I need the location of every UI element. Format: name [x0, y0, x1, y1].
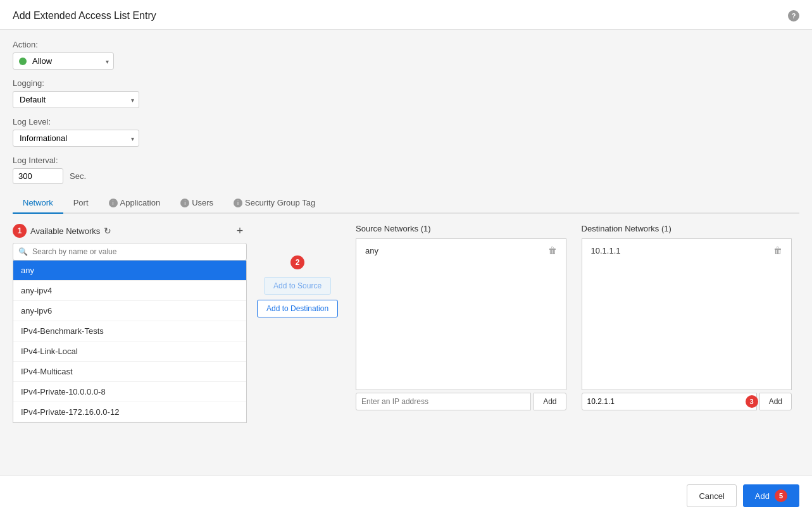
- dialog-title: Add Extended Access List Entry: [13, 10, 156, 22]
- available-networks-title-text: Available Networks: [30, 226, 100, 236]
- destination-network-value: 10.1.1.1: [591, 246, 621, 255]
- dialog-body: Action: Allow Deny ▾ Logging: Default En…: [0, 30, 812, 475]
- step2-badge: 2: [290, 255, 304, 269]
- add-button[interactable]: Add 5: [743, 484, 799, 507]
- destination-ip-input[interactable]: 10.2.1.1: [582, 393, 757, 410]
- cancel-button[interactable]: Cancel: [687, 484, 736, 507]
- logging-group: Logging: Default Enabled Disabled ▾: [13, 78, 799, 108]
- list-item[interactable]: IPv4-Benchmark-Tests: [13, 321, 246, 341]
- network-content: 1 Available Networks ↻ + 🔍 any: [13, 224, 799, 423]
- destination-networks-column: Destination Networks (1) 10.1.1.1 🗑 10.2…: [574, 224, 799, 410]
- search-box: 🔍: [13, 243, 247, 261]
- dialog-footer: Cancel Add 5: [0, 475, 812, 516]
- dialog-header: Add Extended Access List Entry ?: [0, 0, 812, 30]
- help-icon[interactable]: ?: [788, 10, 799, 22]
- tab-security-group-tag-label: Security Group Tag: [245, 198, 315, 207]
- source-add-ip-button[interactable]: Add: [534, 393, 566, 410]
- source-network-tag: any 🗑: [360, 243, 561, 258]
- action-select-wrapper: Allow Deny ▾: [13, 52, 114, 70]
- list-item[interactable]: any: [13, 261, 246, 281]
- step1-badge: 1: [13, 224, 27, 238]
- destination-add-ip-button[interactable]: Add: [759, 393, 792, 410]
- add-to-destination-button[interactable]: Add to Destination: [257, 300, 338, 317]
- list-item[interactable]: IPv4-Link-Local: [13, 341, 246, 362]
- available-networks-panel: 1 Available Networks ↻ + 🔍 any: [13, 224, 247, 423]
- list-item[interactable]: any-ipv4: [13, 281, 246, 301]
- tab-users-label: Users: [192, 198, 213, 207]
- log-interval-label: Log Interval:: [13, 156, 799, 165]
- destination-network-tag: 10.1.1.1 🗑: [586, 243, 787, 258]
- add-button-label: Add: [755, 491, 770, 501]
- logging-select-wrapper: Default Enabled Disabled ▾: [13, 91, 139, 108]
- tab-users[interactable]: i Users: [170, 193, 223, 214]
- source-delete-icon[interactable]: 🗑: [548, 245, 557, 255]
- network-list: any any-ipv4 any-ipv6 IPv4-Benchmark-Tes…: [13, 261, 247, 423]
- users-info-icon: i: [180, 199, 189, 207]
- dialog: Add Extended Access List Entry ? Action:…: [0, 0, 812, 516]
- destination-networks-box: 10.1.1.1 🗑: [582, 238, 792, 390]
- log-level-group: Log Level: Informational Emergency Alert…: [13, 117, 799, 147]
- application-info-icon: i: [109, 199, 118, 207]
- available-networks-title: Available Networks ↻: [30, 226, 111, 236]
- tab-application-label: Application: [120, 198, 161, 207]
- log-level-select[interactable]: Informational Emergency Alert Critical E…: [13, 130, 139, 147]
- destination-delete-icon[interactable]: 🗑: [773, 245, 782, 255]
- list-item[interactable]: IPv4-Private-10.0.0.0-8: [13, 382, 246, 402]
- step3-badge: 3: [746, 395, 758, 408]
- source-networks-column: Source Networks (1) any 🗑 Add: [348, 224, 573, 410]
- middle-actions: 2 Add to Source Add to Destination: [247, 224, 348, 317]
- tab-network[interactable]: Network: [13, 193, 63, 214]
- tab-port-label: Port: [73, 198, 89, 207]
- refresh-icon[interactable]: ↻: [104, 226, 111, 236]
- add-network-button[interactable]: +: [233, 224, 247, 238]
- log-interval-input[interactable]: 300: [13, 168, 63, 184]
- source-ip-input[interactable]: [356, 393, 531, 410]
- list-item[interactable]: any-ipv6: [13, 301, 246, 321]
- panel-header: 1 Available Networks ↻ +: [13, 224, 247, 238]
- search-icon: 🔍: [18, 247, 28, 256]
- tab-port[interactable]: Port: [63, 193, 99, 214]
- source-networks-box: any 🗑: [356, 238, 566, 390]
- source-network-value: any: [365, 246, 378, 255]
- tab-network-label: Network: [23, 198, 53, 207]
- step1-row: 1 Available Networks ↻: [13, 224, 111, 238]
- source-ip-input-row: Add: [356, 393, 566, 410]
- destination-networks-title: Destination Networks (1): [582, 224, 792, 233]
- action-select[interactable]: Allow Deny: [13, 52, 114, 70]
- log-interval-row: 300 Sec.: [13, 168, 799, 184]
- action-group: Action: Allow Deny ▾: [13, 40, 799, 70]
- tabs: Network Port i Application i Users i Sec…: [13, 193, 799, 214]
- step5-badge: 5: [775, 489, 787, 502]
- log-level-select-wrapper: Informational Emergency Alert Critical E…: [13, 130, 139, 147]
- source-networks-title: Source Networks (1): [356, 224, 566, 233]
- action-label: Action:: [13, 40, 799, 49]
- logging-select[interactable]: Default Enabled Disabled: [13, 91, 139, 108]
- search-input[interactable]: [13, 243, 247, 261]
- step2-row: 2: [290, 255, 304, 269]
- sec-label: Sec.: [70, 171, 86, 181]
- log-interval-group: Log Interval: 300 Sec.: [13, 156, 799, 184]
- logging-label: Logging:: [13, 78, 799, 88]
- security-group-tag-info-icon: i: [234, 199, 242, 207]
- tab-security-group-tag[interactable]: i Security Group Tag: [223, 193, 325, 214]
- tab-application[interactable]: i Application: [99, 193, 171, 214]
- list-item[interactable]: IPv4-Multicast: [13, 362, 246, 382]
- destination-ip-input-row: 10.2.1.1 3 Add: [582, 393, 792, 410]
- log-level-label: Log Level:: [13, 117, 799, 126]
- add-to-source-button[interactable]: Add to Source: [264, 277, 331, 295]
- list-item[interactable]: IPv4-Private-172.16.0.0-12: [13, 402, 246, 422]
